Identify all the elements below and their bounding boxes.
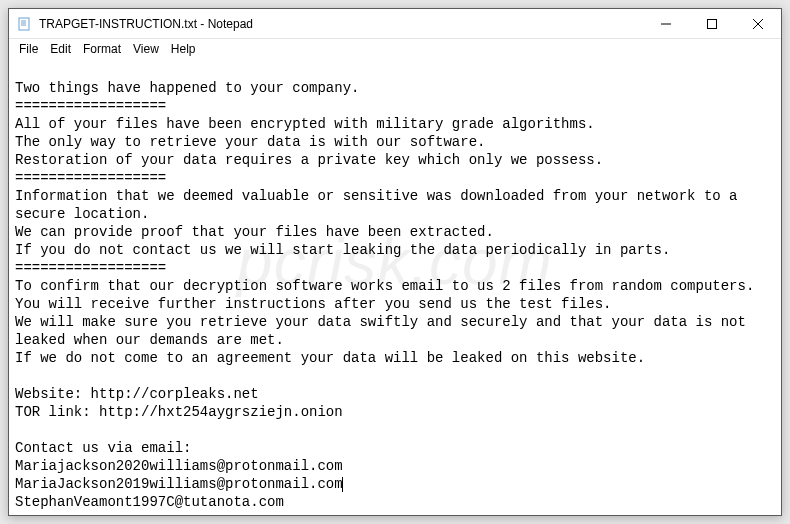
text-area[interactable]: Two things have happened to your company… — [9, 59, 781, 515]
minimize-button[interactable] — [643, 9, 689, 38]
text-line: All of your files have been encrypted wi… — [15, 116, 595, 132]
text-line: StephanVeamont1997C@tutanota.com — [15, 494, 284, 510]
menu-edit[interactable]: Edit — [44, 41, 77, 57]
text-line: Mariajackson2020williams@protonmail.com — [15, 458, 343, 474]
text-line: Website: http://corpleaks.net — [15, 386, 259, 402]
window-title: TRAPGET-INSTRUCTION.txt - Notepad — [39, 17, 643, 31]
text-line: TOR link: http://hxt254aygrsziejn.onion — [15, 404, 343, 420]
titlebar: TRAPGET-INSTRUCTION.txt - Notepad — [9, 9, 781, 39]
text-line: Restoration of your data requires a priv… — [15, 152, 603, 168]
text-line: We can provide proof that your files hav… — [15, 224, 494, 240]
text-line: Contact us via email: — [15, 440, 191, 456]
window-controls — [643, 9, 781, 38]
text-line: Two things have happened to your company… — [15, 80, 359, 96]
menu-file[interactable]: File — [13, 41, 44, 57]
text-line: You will receive further instructions af… — [15, 296, 612, 312]
close-button[interactable] — [735, 9, 781, 38]
menu-format[interactable]: Format — [77, 41, 127, 57]
svg-rect-0 — [19, 18, 29, 30]
menubar: File Edit Format View Help — [9, 39, 781, 59]
text-line: The only way to retrieve your data is wi… — [15, 134, 485, 150]
text-line: If you do not contact us we will start l… — [15, 242, 670, 258]
maximize-button[interactable] — [689, 9, 735, 38]
menu-help[interactable]: Help — [165, 41, 202, 57]
text-line: To confirm that our decryption software … — [15, 278, 754, 294]
text-line: We will make sure you retrieve your data… — [15, 314, 754, 348]
menu-view[interactable]: View — [127, 41, 165, 57]
text-line: If we do not come to an agreement your d… — [15, 350, 645, 366]
text-line: Information that we deemed valuable or s… — [15, 188, 746, 222]
text-line: ================== — [15, 260, 166, 276]
text-line: ================== — [15, 170, 166, 186]
svg-rect-5 — [708, 19, 717, 28]
notepad-window: TRAPGET-INSTRUCTION.txt - Notepad File E… — [8, 8, 782, 516]
app-icon — [17, 16, 33, 32]
text-line: ================== — [15, 98, 166, 114]
text-caret — [342, 477, 343, 492]
text-line: MariaJackson2019williams@protonmail.com — [15, 476, 343, 492]
